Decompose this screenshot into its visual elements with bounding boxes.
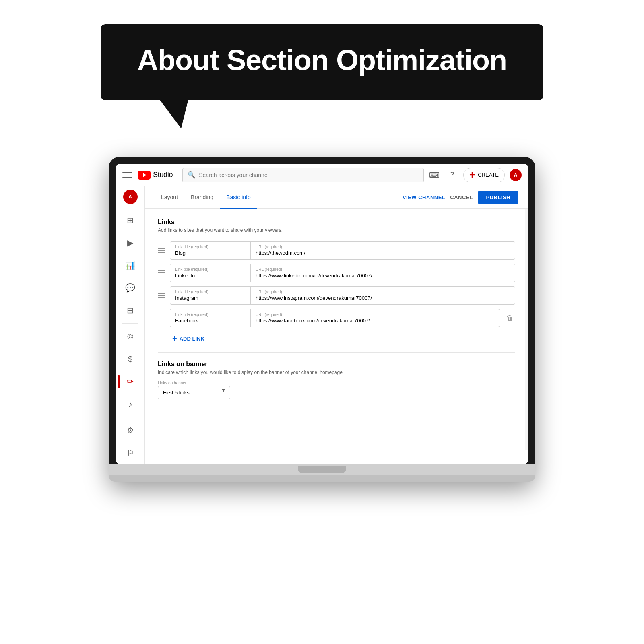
link-url-field-2: URL (required) https://www.linkedin.com/… — [251, 264, 515, 282]
banner-section: Links on banner Indicate which links you… — [158, 352, 515, 399]
sidebar: A ⊞ ▶ 📊 💬 — [116, 186, 145, 464]
banner-links-select[interactable]: First 5 links First link only All links — [158, 386, 230, 399]
sidebar-item-audio[interactable]: ♪ — [118, 393, 142, 415]
banner-section-title: Links on banner — [158, 361, 515, 368]
link-url-value-2[interactable]: https://www.linkedin.com/in/devendrakuma… — [256, 272, 510, 279]
link-title-value-3[interactable]: Instagram — [175, 295, 246, 301]
link-url-label-4: URL (required) — [256, 312, 495, 317]
link-url-label-3: URL (required) — [256, 290, 510, 294]
drag-handle-3[interactable] — [158, 293, 165, 298]
link-title-value-2[interactable]: LinkedIn — [175, 272, 246, 279]
drag-handle-2[interactable] — [158, 270, 165, 275]
view-channel-button[interactable]: VIEW CHANNEL — [402, 194, 445, 200]
main-area: A ⊞ ▶ 📊 💬 — [116, 186, 528, 464]
link-fields-3: Link title (required) Instagram URL (req… — [170, 286, 515, 305]
sidebar-avatar[interactable]: A — [123, 190, 138, 204]
sidebar-item-copyright[interactable]: © — [118, 325, 142, 348]
create-label: CREATE — [478, 172, 499, 178]
dashboard-icon: ⊞ — [127, 216, 134, 224]
drag-handle-4[interactable] — [158, 316, 165, 320]
feedback-icon: ⚐ — [127, 449, 134, 457]
copyright-icon: © — [127, 332, 133, 341]
comments-icon: 💬 — [125, 284, 135, 292]
create-button[interactable]: ✚ CREATE — [463, 168, 505, 182]
sidebar-item-subtitles[interactable]: ⊟ — [118, 299, 142, 322]
banner-section-desc: Indicate which links you would like to d… — [158, 369, 515, 375]
active-indicator — [118, 375, 120, 388]
laptop-foot — [109, 475, 535, 482]
tab-basic-info[interactable]: Basic info — [220, 186, 257, 209]
link-title-value-1[interactable]: Blog — [175, 250, 246, 256]
laptop-base — [109, 464, 535, 475]
link-url-value-3[interactable]: https://www.instagram.com/devendrakumar7… — [256, 295, 510, 301]
search-input[interactable] — [199, 172, 419, 178]
top-nav: Studio 🔍 ⌨ ? ✚ CREATE A — [116, 164, 528, 186]
channel-tabs: Layout Branding Basic info VIEW CHANNEL … — [145, 186, 528, 209]
link-url-field-1: URL (required) https://thewodm.com/ — [251, 242, 515, 259]
sidebar-item-dashboard[interactable]: ⊞ — [118, 209, 142, 231]
sidebar-divider — [122, 323, 138, 324]
customization-icon: ✏ — [127, 378, 134, 386]
scrollbar[interactable] — [525, 209, 528, 450]
publish-button[interactable]: PUBLISH — [478, 191, 518, 204]
hero-section: About Section Optimization — [0, 24, 644, 100]
link-title-label-1: Link title (required) — [175, 245, 246, 249]
sidebar-divider-2 — [122, 417, 138, 417]
link-title-label-2: Link title (required) — [175, 267, 246, 272]
link-row-4: Link title (required) Facebook URL (requ… — [158, 309, 515, 327]
link-title-label-3: Link title (required) — [175, 290, 246, 294]
topnav-right: ⌨ ? ✚ CREATE A — [428, 168, 522, 182]
content-area: Layout Branding Basic info VIEW CHANNEL … — [145, 186, 528, 464]
link-title-field-2: Link title (required) LinkedIn — [170, 264, 251, 282]
link-url-label-1: URL (required) — [256, 245, 510, 249]
link-fields-1: Link title (required) Blog URL (required… — [170, 241, 515, 260]
link-title-label-4: Link title (required) — [175, 312, 246, 317]
link-row-1: Link title (required) Blog URL (required… — [158, 241, 515, 260]
help-button[interactable]: ? — [446, 169, 458, 182]
create-plus-icon: ✚ — [469, 171, 475, 180]
link-title-field-3: Link title (required) Instagram — [170, 287, 251, 304]
studio-label: Studio — [153, 171, 173, 179]
tab-layout[interactable]: Layout — [155, 186, 184, 209]
channel-actions: VIEW CHANNEL CANCEL PUBLISH — [402, 191, 518, 204]
sidebar-item-monetization[interactable]: $ — [118, 348, 142, 370]
subtitles-icon: ⊟ — [127, 306, 134, 314]
keyboard-shortcut-button[interactable]: ⌨ — [428, 169, 441, 182]
sidebar-item-feedback[interactable]: ⚐ — [118, 442, 142, 464]
content-body: Links Add links to sites that you want t… — [145, 209, 528, 409]
delete-link-4-button[interactable]: 🗑 — [505, 312, 515, 324]
search-bar[interactable]: 🔍 — [182, 168, 424, 182]
link-title-field-4: Link title (required) Facebook — [170, 309, 251, 327]
links-section-desc: Add links to sites that you want to shar… — [158, 227, 515, 233]
add-link-label: ADD LINK — [180, 336, 204, 342]
yt-logo: Studio — [138, 171, 173, 180]
sidebar-item-customization[interactable]: ✏ — [118, 370, 142, 393]
content-icon: ▶ — [127, 239, 133, 247]
user-avatar[interactable]: A — [510, 169, 522, 181]
hamburger-menu[interactable] — [122, 170, 132, 180]
audio-icon: ♪ — [128, 400, 132, 408]
sidebar-item-content[interactable]: ▶ — [118, 231, 142, 254]
banner-select-wrapper: Links on banner First 5 links First link… — [158, 381, 230, 399]
search-icon: 🔍 — [188, 171, 196, 179]
cancel-button[interactable]: CANCEL — [450, 194, 473, 200]
add-link-row[interactable]: + ADD LINK — [158, 331, 515, 349]
link-url-value-1[interactable]: https://thewodm.com/ — [256, 250, 510, 256]
sidebar-item-comments[interactable]: 💬 — [118, 277, 142, 299]
sidebar-item-analytics[interactable]: 📊 — [118, 254, 142, 277]
link-url-value-4[interactable]: https://www.facebook.com/devendrakumar70… — [256, 318, 495, 324]
sidebar-item-settings[interactable]: ⚙ — [118, 419, 142, 442]
banner-select-label: Links on banner — [158, 381, 230, 385]
laptop: Studio 🔍 ⌨ ? ✚ CREATE A — [109, 157, 535, 482]
add-link-plus-icon: + — [172, 334, 177, 343]
analytics-icon: 📊 — [125, 261, 135, 269]
link-url-label-2: URL (required) — [256, 267, 510, 272]
drag-handle-1[interactable] — [158, 248, 165, 253]
laptop-wrapper: Studio 🔍 ⌨ ? ✚ CREATE A — [109, 157, 535, 482]
tab-branding[interactable]: Branding — [184, 186, 220, 209]
link-title-value-4[interactable]: Facebook — [175, 318, 246, 324]
hero-title: About Section Optimization — [133, 44, 511, 76]
link-row-2: Link title (required) LinkedIn URL (requ… — [158, 264, 515, 282]
monetization-icon: $ — [128, 355, 132, 363]
link-fields-2: Link title (required) LinkedIn URL (requ… — [170, 264, 515, 282]
